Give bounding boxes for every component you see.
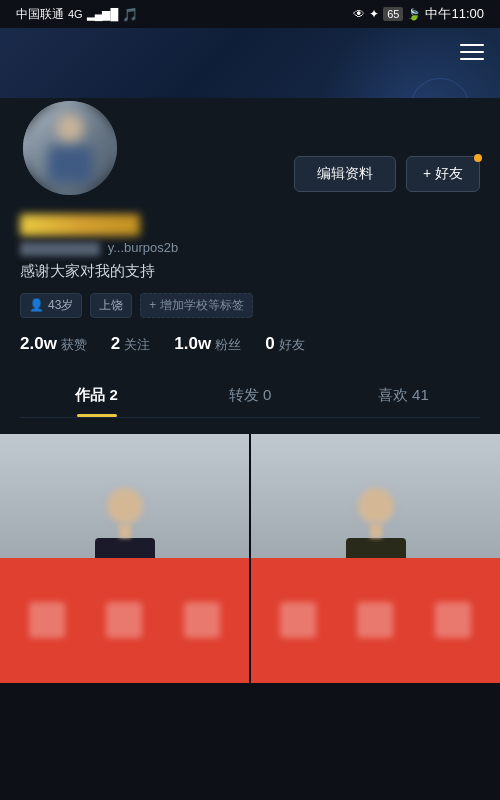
username-display xyxy=(20,214,480,236)
thumb-top-2 xyxy=(251,434,500,559)
tiktok-icon: 🎵 xyxy=(122,7,138,22)
profile-section: 编辑资料 + 好友 y...burpos2b 感谢大家对我的支持 👤 43岁 上… xyxy=(0,98,500,434)
username-id-blur xyxy=(20,242,100,256)
tab-likes[interactable]: 喜欢 41 xyxy=(327,374,480,417)
thumb-icon-block-1c xyxy=(184,602,220,638)
content-thumb-2[interactable] xyxy=(251,434,500,683)
leaf-icon: 🍃 xyxy=(407,8,421,21)
tag-age[interactable]: 👤 43岁 xyxy=(20,293,82,318)
hamburger-line-2 xyxy=(460,51,484,53)
eye-icon: 👁 xyxy=(353,7,365,21)
thumb-bottom-2 xyxy=(251,558,500,683)
battery-text: 65 xyxy=(383,7,403,21)
thumb-icons-2 xyxy=(251,558,500,683)
torso-2 xyxy=(346,538,406,558)
hamburger-line-3 xyxy=(460,58,484,60)
stat-following[interactable]: 2 关注 xyxy=(111,334,150,354)
tag-location[interactable]: 上饶 xyxy=(90,293,132,318)
thumb-icon-block-1a xyxy=(29,602,65,638)
thumb-face-2 xyxy=(251,434,500,559)
stat-likes[interactable]: 2.0w 获赞 xyxy=(20,334,87,354)
add-friend-button[interactable]: + 好友 xyxy=(406,156,480,192)
thumb-icon-block-2a xyxy=(280,602,316,638)
action-buttons: 编辑资料 + 好友 xyxy=(136,156,480,198)
hamburger-line-1 xyxy=(460,44,484,46)
person-icon: 👤 xyxy=(29,298,44,312)
torso-1 xyxy=(95,538,155,558)
content-thumb-1[interactable] xyxy=(0,434,249,683)
signal-icon: ▂▄▆█ xyxy=(87,8,119,21)
tag-add-button[interactable]: + 增加学校等标签 xyxy=(140,293,252,318)
neck-blur-2 xyxy=(370,524,382,538)
neck-blur-1 xyxy=(119,524,131,538)
thumb-face-1 xyxy=(0,434,249,559)
carrier-text: 中国联通 xyxy=(16,6,64,23)
notification-dot xyxy=(474,154,482,162)
network-type: 4G xyxy=(68,8,83,20)
face-blur-1 xyxy=(107,488,143,524)
status-bar: 中国联通 4G ▂▄▆█ 🎵 👁 ✦ 65 🍃 中午11:00 xyxy=(0,0,500,28)
face-blur-2 xyxy=(358,488,394,524)
menu-button[interactable] xyxy=(460,44,484,60)
edit-profile-button[interactable]: 编辑资料 xyxy=(294,156,396,192)
bio-text: 感谢大家对我的支持 xyxy=(20,262,480,281)
avatar-blur xyxy=(23,101,117,195)
thumb-bottom-1 xyxy=(0,558,249,683)
username-area: y...burpos2b xyxy=(20,214,480,256)
content-grid xyxy=(0,434,500,683)
tab-reposts[interactable]: 转发 0 xyxy=(173,374,326,417)
stats-row: 2.0w 获赞 2 关注 1.0w 粉丝 0 好友 xyxy=(20,334,480,354)
bluetooth-icon: ✦ xyxy=(369,7,379,21)
tabs-bar: 作品 2 转发 0 喜欢 41 xyxy=(20,374,480,418)
thumb-icon-block-2c xyxy=(435,602,471,638)
status-right: 👁 ✦ 65 🍃 中午11:00 xyxy=(353,5,484,23)
avatar[interactable] xyxy=(20,98,120,198)
username-blur-block xyxy=(20,214,140,236)
stat-followers[interactable]: 1.0w 粉丝 xyxy=(174,334,241,354)
status-left: 中国联通 4G ▂▄▆█ 🎵 xyxy=(16,6,138,23)
thumb-icon-block-2b xyxy=(357,602,393,638)
profile-top: 编辑资料 + 好友 xyxy=(20,98,480,198)
username-id: y...burpos2b xyxy=(20,240,480,256)
stat-friends[interactable]: 0 好友 xyxy=(265,334,304,354)
time-display: 中午11:00 xyxy=(425,5,484,23)
thumb-icons-1 xyxy=(0,558,249,683)
thumb-top-1 xyxy=(0,434,249,559)
thumb-icon-block-1b xyxy=(106,602,142,638)
tags-row: 👤 43岁 上饶 + 增加学校等标签 xyxy=(20,293,480,318)
tab-works[interactable]: 作品 2 xyxy=(20,374,173,417)
